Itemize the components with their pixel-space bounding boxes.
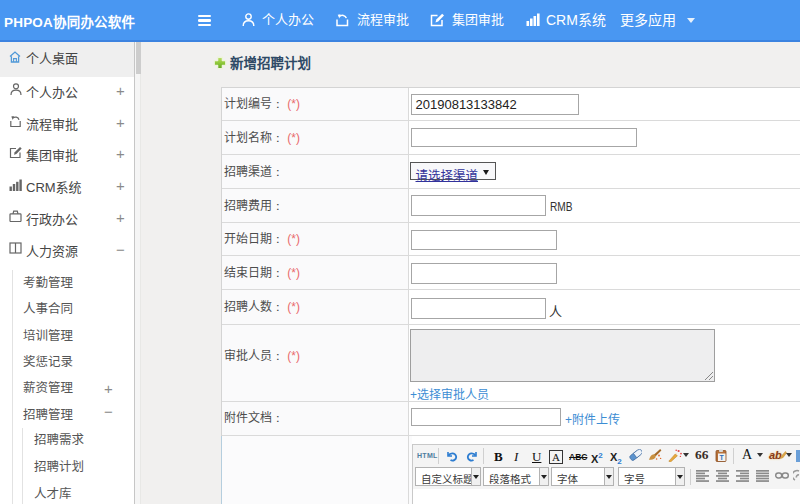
svg-text:T: T [720,454,725,461]
